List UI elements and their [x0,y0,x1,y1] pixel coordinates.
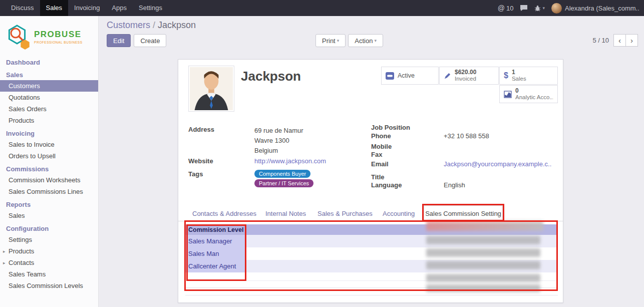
tab-internal-notes[interactable]: Internal Notes [265,210,306,217]
sidebar-section-commissions[interactable]: Commissions [0,162,98,174]
job-position-label: Job Position [371,124,410,131]
tags-label: Tags [188,170,203,178]
create-button[interactable]: Create [134,34,166,47]
pencil-icon [444,72,451,80]
commission-level-cell[interactable]: Callcenter Agent [185,260,245,272]
sidebar: PROBUSE PROFESSIONAL BUSINESS Dashboard … [0,16,99,307]
sidebar-item-quotations[interactable]: Quotations [0,92,98,103]
expand-arrow-icon: ▸ [3,249,6,254]
pager: 5 / 10 ‹ › [592,34,638,47]
user-avatar [551,3,562,14]
probuse-logo-icon [5,23,31,50]
sidebar-item-sales-orders[interactable]: Sales Orders [0,103,98,115]
action-buttons: Print▾ Action▾ [315,34,383,47]
commission-level-cell[interactable]: Sales Man [185,247,245,260]
redacted-cell-blur [426,248,540,257]
edit-button[interactable]: Edit [107,34,131,47]
tags-value: Components Buyer Partner / IT Services [254,170,313,187]
sidebar-item-sales-to-invoice[interactable]: Sales to Invoice [0,139,98,150]
pager-next-button[interactable]: › [625,34,638,47]
menu-invoicing[interactable]: Invoicing [68,0,106,16]
sidebar-item-sales-commissions-lines[interactable]: Sales Commissions Lines [0,186,98,197]
sidebar-item-commission-worksheets[interactable]: Commission Worksheets [0,174,98,186]
debug-icon[interactable]: ▾ [534,5,545,12]
sidebar-item-orders-to-upsell[interactable]: Orders to Upsell [0,150,98,162]
phone-label: Phone [371,132,391,140]
address-label: Address [188,126,214,133]
menu-discuss[interactable]: Discuss [5,0,40,16]
customer-photo[interactable] [188,66,234,112]
tag-components-buyer[interactable]: Components Buyer [254,170,310,178]
stat-active[interactable]: Active [381,67,439,85]
page: Discuss Sales Invoicing Apps Settings @ … [0,0,644,307]
stat-analytic-accounts[interactable]: 0 Analytic Acco... [499,85,558,103]
sidebar-item-sales-commission-levels[interactable]: Sales Commission Levels [0,280,98,291]
customer-name: Jackpson [241,69,301,84]
table-separator-line [185,295,558,295]
mobile-label: Mobile [371,143,392,150]
dollar-icon: $ [504,71,508,80]
sidebar-item-label: Products [9,247,34,255]
pager-count: 5 / 10 [592,37,609,44]
active-label: Active [398,72,415,79]
analytic-label: Analytic Acco... [515,94,553,101]
pager-prev-button[interactable]: ‹ [613,34,626,47]
sidebar-item-config-contacts[interactable]: ▸Contacts [0,257,98,268]
redacted-cell-blur [426,274,540,282]
user-menu[interactable]: Alexandra (Sales_comm.. [551,3,639,14]
sidebar-section-sales[interactable]: Sales [0,68,98,80]
sidebar-item-products[interactable]: Products [0,115,98,126]
sidebar-item-config-products[interactable]: ▸Products [0,245,98,257]
phone-value: +32 10 588 558 [444,132,489,140]
user-name: Alexandra (Sales_comm.. [565,5,639,12]
menu-apps[interactable]: Apps [106,0,133,16]
menu-sales[interactable]: Sales [40,0,69,16]
sidebar-section-dashboard[interactable]: Dashboard [0,55,98,68]
caret-down-icon: ▾ [542,6,545,11]
sidebar-section-configuration[interactable]: Configuration [0,221,98,234]
app-logo[interactable]: PROBUSE PROFESSIONAL BUSINESS [0,16,98,55]
logo-title: PROBUSE [34,30,83,40]
record-buttons: Edit Create [107,34,166,47]
sidebar-section-reports[interactable]: Reports [0,197,98,210]
breadcrumb-customers[interactable]: Customers [107,20,150,30]
breadcrumb-current: Jackpson [158,20,196,30]
menu-settings[interactable]: Settings [133,0,168,16]
main-content: Customers/Jackpson Edit Create Print▾ Ac… [99,16,644,307]
stat-sales[interactable]: $ 1 Sales [499,67,558,85]
mention-at-icon: @ [498,4,505,12]
tab-sales-purchases[interactable]: Sales & Purchases [317,210,373,217]
tab-sales-commission-setting[interactable]: Sales Commission Setting [424,205,503,221]
sidebar-item-customers[interactable]: Customers [0,80,98,92]
systray: @ 10 ▾ Alexandra (Sales_comm.. [498,0,644,16]
chat-icon[interactable] [520,5,528,12]
commission-level-cell[interactable]: Sales Manager [185,235,245,247]
sidebar-nav: Dashboard Sales Customers Quotations Sal… [0,55,98,291]
tab-contacts-addresses[interactable]: Contacts & Addresses [192,210,256,217]
commission-level-header[interactable]: Commission Level [185,226,245,233]
main-menu: Discuss Sales Invoicing Apps Settings [5,0,168,16]
tab-accounting[interactable]: Accounting [383,210,415,217]
stat-invoiced[interactable]: $620.00 Invoiced [439,67,499,85]
mention-count: 10 [506,5,513,12]
topbar: Discuss Sales Invoicing Apps Settings @ … [0,0,644,16]
email-link[interactable]: Jackpson@yourcompany.example.c.. [444,160,551,168]
print-dropdown[interactable]: Print▾ [315,34,346,47]
sidebar-item-config-settings[interactable]: Settings [0,234,98,245]
caret-down-icon: ▾ [337,38,340,43]
sidebar-item-label: Contacts [9,259,34,266]
address-line-1: 69 rue de Namur [254,126,303,136]
sidebar-item-sales-teams[interactable]: Sales Teams [0,268,98,280]
analytic-count: 0 [515,87,553,94]
invoiced-label: Invoiced [455,76,476,83]
action-dropdown[interactable]: Action▾ [348,34,383,47]
tag-partner-it-services[interactable]: Partner / IT Services [254,179,313,187]
mention-counter[interactable]: @ 10 [498,4,514,12]
expand-arrow-icon: ▸ [3,260,6,265]
email-label: Email [371,160,389,168]
website-link[interactable]: http://www.jackpson.com [254,157,326,165]
website-label: Website [188,157,213,165]
sidebar-section-invoicing[interactable]: Invoicing [0,126,98,139]
sidebar-item-reports-sales[interactable]: Sales [0,210,98,221]
redacted-cell-blur [426,261,540,269]
